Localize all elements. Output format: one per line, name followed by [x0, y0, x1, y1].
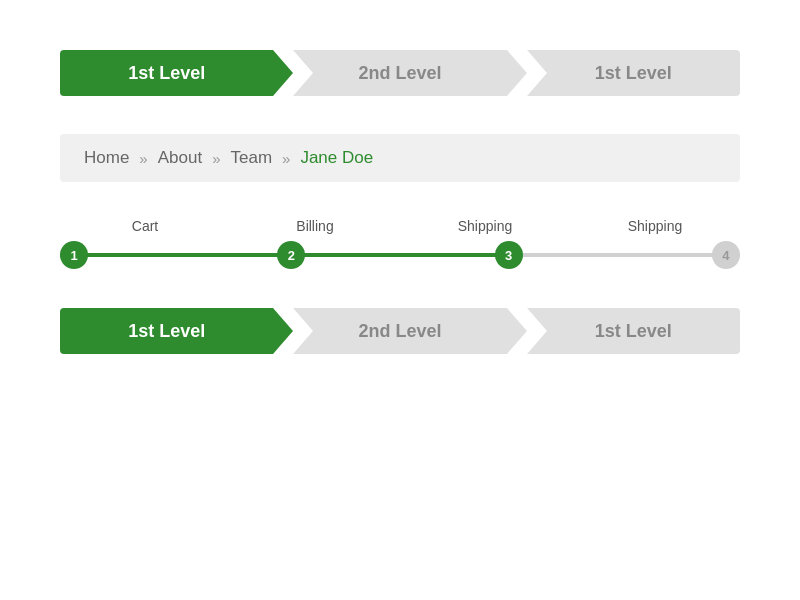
arrow-label-1st-bottom: 1st Level — [128, 321, 205, 342]
breadcrumb-sep-3: » — [282, 150, 290, 167]
breadcrumb-about[interactable]: About — [158, 148, 202, 168]
step-label-shipping2: Shipping — [570, 218, 740, 234]
step-progress: Cart Billing Shipping Shipping 1 2 3 4 — [60, 218, 740, 270]
arrow-item-3rd-top[interactable]: 1st Level — [527, 50, 740, 96]
arrow-label-1st-top: 1st Level — [128, 63, 205, 84]
step-number-4: 4 — [722, 248, 729, 263]
arrow-nav-top: 1st Level 2nd Level 1st Level — [60, 50, 740, 96]
arrow-item-1st-top[interactable]: 1st Level — [60, 50, 273, 96]
step-circle-3[interactable]: 3 — [495, 241, 523, 269]
breadcrumb-current: Jane Doe — [300, 148, 373, 168]
breadcrumb-team[interactable]: Team — [230, 148, 272, 168]
breadcrumb-home[interactable]: Home — [84, 148, 129, 168]
step-circles: 1 2 3 4 — [60, 241, 740, 269]
arrow-item-3rd-bottom[interactable]: 1st Level — [527, 308, 740, 354]
step-label-shipping1: Shipping — [400, 218, 570, 234]
step-number-2: 2 — [288, 248, 295, 263]
arrow-item-2nd-bottom[interactable]: 2nd Level — [293, 308, 506, 354]
step-circle-4[interactable]: 4 — [712, 241, 740, 269]
step-number-3: 3 — [505, 248, 512, 263]
arrow-item-2nd-top[interactable]: 2nd Level — [293, 50, 506, 96]
step-number-1: 1 — [70, 248, 77, 263]
step-circle-2[interactable]: 2 — [277, 241, 305, 269]
step-labels: Cart Billing Shipping Shipping — [60, 218, 740, 234]
arrow-nav-bottom: 1st Level 2nd Level 1st Level — [60, 308, 740, 354]
breadcrumb-sep-2: » — [212, 150, 220, 167]
text-breadcrumb: Home » About » Team » Jane Doe — [60, 134, 740, 182]
arrow-label-2nd-bottom: 2nd Level — [358, 321, 441, 342]
arrow-label-2nd-top: 2nd Level — [358, 63, 441, 84]
step-circle-1[interactable]: 1 — [60, 241, 88, 269]
step-track: 1 2 3 4 — [60, 240, 740, 270]
arrow-item-1st-bottom[interactable]: 1st Level — [60, 308, 273, 354]
step-label-billing: Billing — [230, 218, 400, 234]
arrow-label-3rd-bottom: 1st Level — [595, 321, 672, 342]
breadcrumb-sep-1: » — [139, 150, 147, 167]
arrow-label-3rd-top: 1st Level — [595, 63, 672, 84]
step-label-cart: Cart — [60, 218, 230, 234]
